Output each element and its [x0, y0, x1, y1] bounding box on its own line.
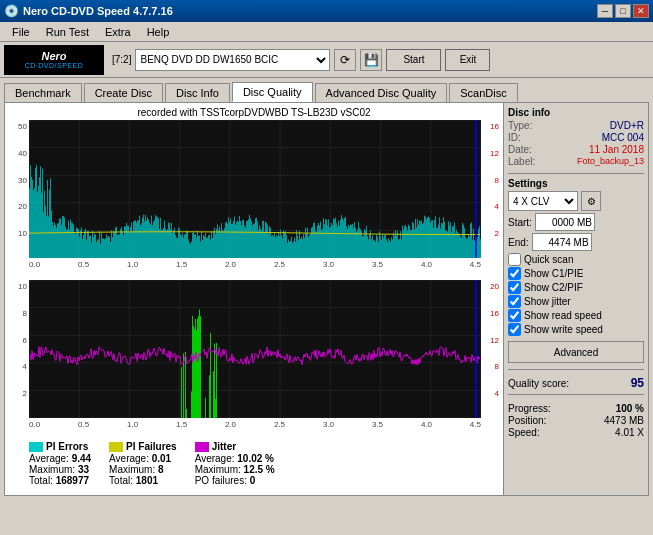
legend: PI Errors Average: 9.44 Maximum: 33 Tota…	[7, 438, 501, 489]
disc-info-section: Disc info Type: DVD+R ID: MCC 004 Date: …	[508, 107, 644, 167]
speed-row-prog: Speed: 4.01 X	[508, 427, 644, 438]
show-read-checkbox[interactable]	[508, 309, 521, 322]
pi-failures-stats: Average: 0.01 Maximum: 8 Total: 1801	[109, 453, 177, 486]
start-mb-input[interactable]	[535, 213, 595, 231]
minimize-button[interactable]: ─	[597, 4, 613, 18]
menu-help[interactable]: Help	[139, 24, 178, 40]
show-jitter-checkbox[interactable]	[508, 295, 521, 308]
legend-pi-errors: PI Errors Average: 9.44 Maximum: 33 Tota…	[29, 441, 91, 486]
titlebar-buttons: ─ □ ✕	[597, 4, 649, 18]
chart-header: recorded with TSSTcorpDVDWBD TS-LB23D vS…	[7, 105, 501, 120]
drive-id-label: [7:2]	[112, 54, 131, 65]
pi-errors-label: PI Errors	[46, 441, 88, 452]
pi-failures-label: PI Failures	[126, 441, 177, 452]
end-mb-input[interactable]	[532, 233, 592, 251]
progress-section: Progress: 100 % Position: 4473 MB Speed:…	[508, 403, 644, 438]
show-c1-row: Show C1/PIE	[508, 267, 644, 280]
quality-score-label: Quality score:	[508, 378, 569, 389]
tab-disc-quality[interactable]: Disc Quality	[232, 82, 313, 102]
maximize-button[interactable]: □	[615, 4, 631, 18]
tab-scandisc[interactable]: ScanDisc	[449, 83, 517, 102]
tab-advanced-disc-quality[interactable]: Advanced Disc Quality	[315, 83, 448, 102]
jitter-stats: Average: 10.02 % Maximum: 12.5 % PO fail…	[195, 453, 275, 486]
x-axis-bottom: 0.00.51.01.52.02.53.03.54.04.5	[29, 420, 481, 438]
show-read-row: Show read speed	[508, 309, 644, 322]
show-jitter-row: Show jitter	[508, 295, 644, 308]
speed-dropdown[interactable]: 4 X CLV	[508, 191, 578, 211]
show-read-label: Show read speed	[524, 310, 602, 321]
settings-section: Settings 4 X CLV ⚙ Start: End: Quick sca…	[508, 178, 644, 363]
progress-row: Progress: 100 %	[508, 403, 644, 414]
exit-button[interactable]: Exit	[445, 49, 490, 71]
legend-jitter: Jitter Average: 10.02 % Maximum: 12.5 % …	[195, 441, 275, 486]
show-write-label: Show write speed	[524, 324, 603, 335]
quick-scan-row: Quick scan	[508, 253, 644, 266]
refresh-button[interactable]: ⟳	[334, 49, 356, 71]
bottom-chart-container: 108642 20161284 0.00.51.01.52.02.53.03.5…	[9, 280, 499, 438]
show-c1-checkbox[interactable]	[508, 267, 521, 280]
y-axis-right-top: 1612842	[481, 120, 499, 258]
quality-score-row: Quality score: 95	[508, 376, 644, 390]
main-content: recorded with TSSTcorpDVDWBD TS-LB23D vS…	[4, 102, 649, 496]
pi-errors-color	[29, 442, 43, 452]
menubar: File Run Test Extra Help	[0, 22, 653, 42]
tab-create-disc[interactable]: Create Disc	[84, 83, 163, 102]
app-icon: 💿	[4, 4, 19, 18]
menu-extra[interactable]: Extra	[97, 24, 139, 40]
jitter-label: Jitter	[212, 441, 236, 452]
disc-info-title: Disc info	[508, 107, 644, 118]
speed-row: 4 X CLV ⚙	[508, 191, 644, 211]
disc-date-row: Date: 11 Jan 2018	[508, 144, 644, 155]
titlebar: 💿 Nero CD-DVD Speed 4.7.7.16 ─ □ ✕	[0, 0, 653, 22]
menu-file[interactable]: File	[4, 24, 38, 40]
titlebar-left: 💿 Nero CD-DVD Speed 4.7.7.16	[4, 4, 173, 18]
disc-id-row: ID: MCC 004	[508, 132, 644, 143]
pi-failures-color	[109, 442, 123, 452]
settings-title: Settings	[508, 178, 644, 189]
show-c2-label: Show C2/PIF	[524, 282, 583, 293]
disc-label-row: Label: Foto_backup_13	[508, 156, 644, 167]
titlebar-title: Nero CD-DVD Speed 4.7.7.16	[23, 5, 173, 17]
start-button[interactable]: Start	[386, 49, 441, 71]
tab-benchmark[interactable]: Benchmark	[4, 83, 82, 102]
tab-disc-info[interactable]: Disc Info	[165, 83, 230, 102]
drive-selector: [7:2] BENQ DVD DD DW1650 BCIC	[112, 49, 330, 71]
menu-run-test[interactable]: Run Test	[38, 24, 97, 40]
pi-errors-stats: Average: 9.44 Maximum: 33 Total: 168977	[29, 453, 91, 486]
advanced-button[interactable]: Advanced	[508, 341, 644, 363]
chart-area: recorded with TSSTcorpDVDWBD TS-LB23D vS…	[5, 103, 503, 495]
save-button[interactable]: 💾	[360, 49, 382, 71]
right-panel: Disc info Type: DVD+R ID: MCC 004 Date: …	[503, 103, 648, 495]
start-mb-row: Start:	[508, 213, 644, 231]
tabs-bar: Benchmark Create Disc Disc Info Disc Qua…	[0, 78, 653, 102]
show-c1-label: Show C1/PIE	[524, 268, 583, 279]
close-button[interactable]: ✕	[633, 4, 649, 18]
end-mb-row: End:	[508, 233, 644, 251]
bottom-chart-canvas	[29, 280, 481, 418]
y-axis-left-bottom: 108642	[9, 280, 29, 418]
quick-scan-label: Quick scan	[524, 254, 573, 265]
settings-icon-button[interactable]: ⚙	[581, 191, 601, 211]
quick-scan-checkbox[interactable]	[508, 253, 521, 266]
drive-dropdown[interactable]: BENQ DVD DD DW1650 BCIC	[135, 49, 330, 71]
quality-score-value: 95	[631, 376, 644, 390]
top-chart-canvas	[29, 120, 481, 258]
jitter-color	[195, 442, 209, 452]
show-c2-checkbox[interactable]	[508, 281, 521, 294]
legend-pi-failures: PI Failures Average: 0.01 Maximum: 8 Tot…	[109, 441, 177, 486]
y-axis-left-top: 5040302010	[9, 120, 29, 258]
position-row: Position: 4473 MB	[508, 415, 644, 426]
show-write-checkbox[interactable]	[508, 323, 521, 336]
app-logo: Nero CD·DVD/SPEED	[4, 45, 104, 75]
y-axis-right-bottom: 20161284	[481, 280, 499, 418]
disc-type-row: Type: DVD+R	[508, 120, 644, 131]
show-c2-row: Show C2/PIF	[508, 281, 644, 294]
x-axis-top: 0.00.51.01.52.02.53.03.54.04.5	[29, 260, 481, 278]
show-jitter-label: Show jitter	[524, 296, 571, 307]
top-chart-container: 5040302010 1612842 0.00.51.01.52.02.53.0…	[9, 120, 499, 278]
show-write-row: Show write speed	[508, 323, 644, 336]
toolbar: Nero CD·DVD/SPEED [7:2] BENQ DVD DD DW16…	[0, 42, 653, 78]
